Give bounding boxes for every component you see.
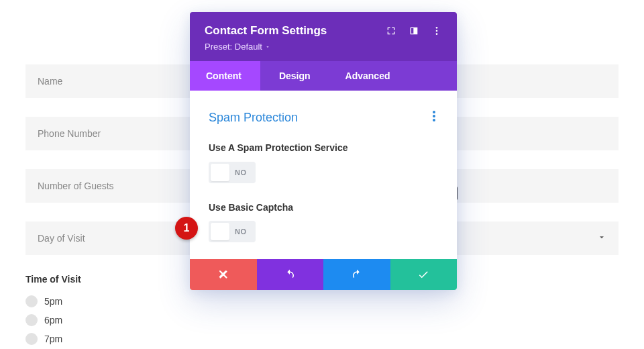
modal-footer xyxy=(190,259,457,290)
modal-tabs: Content Design Advanced xyxy=(190,61,457,91)
phone-placeholder: Phone Number xyxy=(38,128,101,139)
preset-dropdown[interactable]: Preset: Default xyxy=(205,42,442,52)
undo-button[interactable] xyxy=(257,259,324,290)
radio-label: 5pm xyxy=(44,296,62,307)
annotation-number: 1 xyxy=(184,222,190,234)
basic-captcha-label: Use Basic Captcha xyxy=(209,201,356,215)
svg-point-3 xyxy=(433,111,435,113)
redo-button[interactable] xyxy=(323,259,390,290)
close-icon xyxy=(217,268,229,281)
settings-modal: Contact Form Settings Preset: Default Co… xyxy=(190,12,457,290)
tab-design[interactable]: Design xyxy=(260,61,329,91)
svg-point-5 xyxy=(433,119,435,121)
radio-icon xyxy=(25,295,38,307)
cancel-button[interactable] xyxy=(190,259,257,290)
undo-icon xyxy=(284,268,296,281)
spam-service-label: Use A Spam Protection Service xyxy=(209,142,356,155)
annotation-badge-1: 1 xyxy=(175,217,198,240)
toggle-value: NO xyxy=(235,168,247,177)
radio-icon xyxy=(25,333,38,345)
name-placeholder: Name xyxy=(38,76,62,87)
preset-label: Preset: Default xyxy=(205,42,262,52)
time-option-7pm[interactable]: 7pm xyxy=(25,330,619,348)
spam-service-toggle[interactable]: NO xyxy=(209,162,256,183)
guests-placeholder: Number of Guests xyxy=(38,181,114,191)
section-menu-icon[interactable] xyxy=(430,108,438,127)
section-title[interactable]: Spam Protection xyxy=(209,111,298,125)
radio-label: 7pm xyxy=(44,334,62,344)
tab-content[interactable]: Content xyxy=(190,61,260,91)
time-option-5pm[interactable]: 5pm xyxy=(25,293,619,310)
tab-content-label: Content xyxy=(206,70,241,81)
svg-point-0 xyxy=(436,27,438,29)
redo-icon xyxy=(351,268,363,281)
day-placeholder: Day of Visit xyxy=(38,233,85,244)
tab-advanced[interactable]: Advanced xyxy=(329,61,404,91)
toggle-knob xyxy=(211,223,229,240)
modal-body: Spam Protection Use A Spam Protection Se… xyxy=(190,91,457,259)
kebab-icon[interactable] xyxy=(431,26,442,36)
snap-icon[interactable] xyxy=(409,26,419,36)
check-icon xyxy=(417,268,429,281)
radio-label: 6pm xyxy=(44,315,62,326)
radio-icon xyxy=(25,314,38,326)
modal-header: Contact Form Settings Preset: Default xyxy=(190,12,457,61)
caret-down-icon xyxy=(265,44,270,50)
svg-point-1 xyxy=(436,30,438,32)
svg-point-2 xyxy=(436,33,438,35)
save-button[interactable] xyxy=(390,259,458,290)
time-option-6pm[interactable]: 6pm xyxy=(25,311,619,329)
svg-point-4 xyxy=(433,115,435,117)
tab-design-label: Design xyxy=(279,70,311,81)
toggle-knob xyxy=(211,164,229,181)
expand-icon[interactable] xyxy=(386,26,396,36)
toggle-value: NO xyxy=(235,228,247,236)
modal-title: Contact Form Settings xyxy=(205,24,327,38)
tab-advanced-label: Advanced xyxy=(345,70,390,81)
basic-captcha-toggle[interactable]: NO xyxy=(209,221,256,242)
chevron-down-icon xyxy=(597,233,606,244)
